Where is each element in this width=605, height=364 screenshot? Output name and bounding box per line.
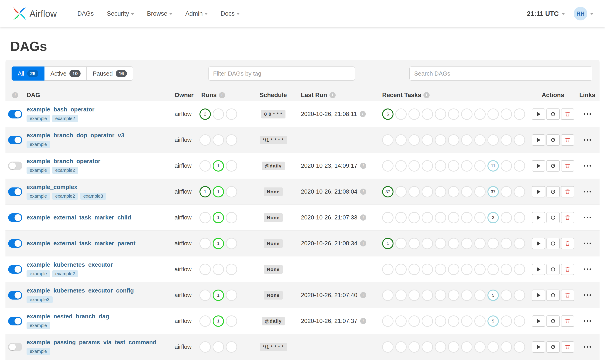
run-status-circle[interactable]: 2 bbox=[199, 108, 211, 120]
dag-name-link[interactable]: example_external_task_marker_child bbox=[26, 214, 175, 221]
task-status-circle[interactable]: 5 bbox=[488, 290, 499, 301]
task-status-circle[interactable] bbox=[409, 160, 420, 171]
task-status-circle[interactable] bbox=[461, 134, 473, 146]
tab-active[interactable]: Active10 bbox=[44, 66, 87, 80]
info-icon[interactable]: i bbox=[12, 92, 18, 98]
task-status-circle[interactable] bbox=[395, 108, 407, 120]
task-status-circle[interactable] bbox=[409, 290, 420, 301]
task-status-circle[interactable] bbox=[501, 160, 512, 171]
task-status-circle[interactable] bbox=[488, 108, 499, 120]
refresh-dag-button[interactable] bbox=[546, 315, 560, 327]
task-status-circle[interactable] bbox=[409, 264, 420, 275]
task-status-circle[interactable]: 37 bbox=[488, 186, 499, 197]
links-menu[interactable] bbox=[581, 111, 593, 117]
delete-dag-button[interactable] bbox=[561, 108, 574, 120]
trigger-dag-button[interactable] bbox=[532, 212, 545, 223]
task-status-circle[interactable] bbox=[461, 238, 473, 249]
task-status-circle[interactable] bbox=[422, 186, 433, 197]
tab-paused[interactable]: Paused16 bbox=[87, 66, 133, 80]
task-status-circle[interactable] bbox=[382, 212, 394, 223]
task-status-circle[interactable] bbox=[461, 264, 473, 275]
task-status-circle[interactable] bbox=[422, 238, 433, 249]
run-status-circle[interactable] bbox=[226, 315, 237, 327]
refresh-dag-button[interactable] bbox=[546, 160, 560, 171]
task-status-circle[interactable] bbox=[501, 134, 512, 146]
task-status-circle[interactable] bbox=[461, 341, 473, 353]
task-status-circle[interactable] bbox=[435, 160, 446, 171]
info-icon[interactable]: i bbox=[360, 111, 366, 117]
task-status-circle[interactable] bbox=[514, 212, 525, 223]
run-status-circle[interactable] bbox=[226, 186, 237, 197]
task-status-circle[interactable] bbox=[448, 186, 459, 197]
task-status-circle[interactable] bbox=[448, 238, 459, 249]
links-menu[interactable] bbox=[581, 214, 593, 221]
task-status-circle[interactable] bbox=[514, 264, 525, 275]
task-status-circle[interactable] bbox=[461, 290, 473, 301]
task-status-circle[interactable] bbox=[474, 212, 486, 223]
run-status-circle[interactable]: 1 bbox=[213, 315, 224, 327]
task-status-circle[interactable] bbox=[474, 264, 486, 275]
dag-pause-toggle[interactable] bbox=[8, 136, 22, 144]
last-run-date[interactable]: 2020-10-26, 21:08:11 bbox=[301, 111, 357, 117]
task-status-circle[interactable] bbox=[501, 108, 512, 120]
task-status-circle[interactable] bbox=[382, 315, 394, 327]
nav-item-admin[interactable]: Admin bbox=[179, 0, 214, 27]
refresh-dag-button[interactable] bbox=[546, 264, 560, 275]
delete-dag-button[interactable] bbox=[561, 160, 574, 171]
nav-item-browse[interactable]: Browse bbox=[141, 0, 179, 27]
task-status-circle[interactable] bbox=[395, 134, 407, 146]
task-status-circle[interactable]: 2 bbox=[488, 212, 499, 223]
task-status-circle[interactable]: 11 bbox=[488, 160, 499, 171]
dag-pause-toggle[interactable] bbox=[8, 265, 22, 274]
dag-tag[interactable]: example bbox=[26, 115, 50, 122]
task-status-circle[interactable] bbox=[488, 341, 499, 353]
run-status-circle[interactable] bbox=[226, 238, 237, 249]
task-status-circle[interactable] bbox=[474, 160, 486, 171]
task-status-circle[interactable] bbox=[422, 108, 433, 120]
dag-tag[interactable]: example2 bbox=[52, 115, 78, 122]
run-status-circle[interactable] bbox=[226, 290, 237, 301]
task-status-circle[interactable] bbox=[395, 212, 407, 223]
trigger-dag-button[interactable] bbox=[532, 160, 545, 171]
run-status-circle[interactable] bbox=[199, 160, 211, 171]
run-status-circle[interactable]: 1 bbox=[213, 160, 224, 171]
dag-name-link[interactable]: example_branch_operator bbox=[26, 158, 175, 165]
delete-dag-button[interactable] bbox=[561, 315, 574, 327]
info-icon[interactable]: i bbox=[360, 214, 366, 221]
task-status-circle[interactable] bbox=[488, 134, 499, 146]
task-status-circle[interactable] bbox=[448, 134, 459, 146]
delete-dag-button[interactable] bbox=[561, 238, 574, 249]
task-status-circle[interactable] bbox=[382, 264, 394, 275]
task-status-circle[interactable] bbox=[395, 186, 407, 197]
run-status-circle[interactable] bbox=[213, 264, 224, 275]
trigger-dag-button[interactable] bbox=[532, 238, 545, 249]
last-run-date[interactable]: 2020-10-26, 21:07:40 bbox=[301, 292, 357, 299]
tab-all[interactable]: All26 bbox=[12, 66, 44, 80]
task-status-circle[interactable] bbox=[422, 315, 433, 327]
task-status-circle[interactable] bbox=[409, 315, 420, 327]
run-status-circle[interactable] bbox=[199, 134, 211, 146]
run-status-circle[interactable] bbox=[199, 238, 211, 249]
trigger-dag-button[interactable] bbox=[532, 134, 545, 146]
task-status-circle[interactable] bbox=[395, 238, 407, 249]
run-status-circle[interactable]: 1 bbox=[213, 238, 224, 249]
run-status-circle[interactable] bbox=[199, 212, 211, 223]
clock-dropdown[interactable]: 21:11 UTC bbox=[527, 10, 565, 17]
task-status-circle[interactable] bbox=[514, 315, 525, 327]
task-status-circle[interactable] bbox=[501, 212, 512, 223]
run-status-circle[interactable] bbox=[199, 264, 211, 275]
task-status-circle[interactable] bbox=[395, 290, 407, 301]
task-status-circle[interactable] bbox=[448, 212, 459, 223]
last-run-date[interactable]: 2020-10-26, 21:07:37 bbox=[301, 317, 357, 325]
task-status-circle[interactable] bbox=[435, 315, 446, 327]
task-status-circle[interactable] bbox=[514, 341, 525, 353]
info-icon[interactable]: i bbox=[360, 292, 366, 298]
task-status-circle[interactable] bbox=[422, 160, 433, 171]
task-status-circle[interactable] bbox=[382, 160, 394, 171]
info-icon[interactable]: i bbox=[360, 189, 366, 195]
airflow-logo[interactable]: Airflow bbox=[13, 7, 57, 21]
task-status-circle[interactable] bbox=[435, 264, 446, 275]
dag-tag[interactable]: example bbox=[26, 193, 50, 200]
task-status-circle[interactable] bbox=[474, 134, 486, 146]
info-icon[interactable]: i bbox=[360, 318, 366, 324]
